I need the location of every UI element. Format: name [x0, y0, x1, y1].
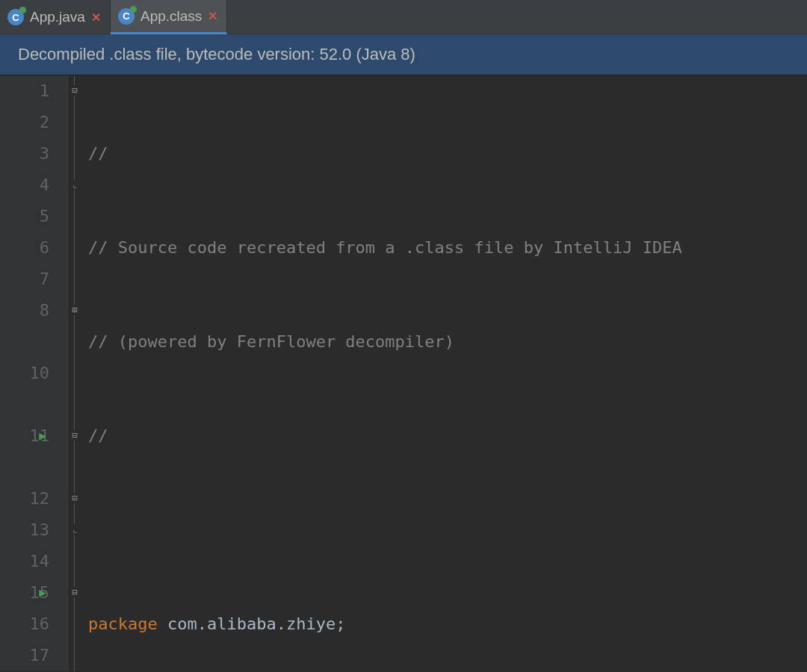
line-number: 6 [0, 232, 49, 264]
fold-toggle-icon[interactable]: ⊟ [69, 85, 80, 96]
line-number: 3 [0, 138, 49, 169]
line-number: 14 [0, 546, 49, 577]
line-number: 5 [0, 201, 49, 232]
code-editor[interactable]: 1 2 3 4 5 6 7 8 10 11▶ 12 13 14 15▶ 16 1… [0, 75, 807, 671]
decompiled-banner: Decompiled .class file, bytecode version… [0, 34, 807, 75]
code-line: // [88, 420, 807, 452]
tab-app-class[interactable]: C App.class ✕ [111, 0, 227, 34]
code-line [88, 514, 807, 546]
tab-app-java[interactable]: C App.java ✕ [0, 0, 111, 34]
code-line: package com.alibaba.zhiye; [88, 609, 807, 640]
line-number-gutter: 1 2 3 4 5 6 7 8 10 11▶ 12 13 14 15▶ 16 1… [0, 75, 67, 671]
line-number [0, 389, 49, 420]
line-number: 13 [0, 514, 49, 546]
tab-label: App.java [30, 9, 85, 25]
fold-toggle-icon[interactable]: ⊟ [69, 587, 80, 597]
fold-end-icon[interactable]: ⌞ [69, 524, 80, 535]
line-number: 8 [0, 295, 49, 326]
fold-end-icon[interactable]: ⌞ [69, 179, 80, 190]
line-number: 16 [0, 609, 49, 640]
line-number [0, 326, 49, 358]
line-number: 12 [0, 483, 49, 514]
fold-toggle-icon[interactable]: ⊟ [69, 430, 80, 441]
java-class-icon: C [118, 8, 134, 25]
run-gutter-icon[interactable]: ▶ [39, 577, 46, 609]
line-number: 4 [0, 169, 49, 201]
line-number [0, 452, 49, 483]
tab-label: App.class [140, 8, 202, 25]
line-number: 7 [0, 264, 49, 295]
close-icon[interactable]: ✕ [91, 10, 101, 25]
line-number: 17 [0, 640, 49, 671]
line-number: 15▶ [0, 577, 49, 609]
fold-expand-icon[interactable]: ⊞ [69, 305, 80, 315]
line-number: 2 [0, 107, 49, 138]
java-class-icon: C [7, 9, 24, 25]
code-line: // (powered by FernFlower decompiler) [88, 326, 807, 358]
fold-column: ⊟ ⌞ ⊞ ⊟ ⊟ ⌞ ⊟ ⌞ [67, 75, 85, 671]
code-area[interactable]: // // Source code recreated from a .clas… [85, 75, 807, 671]
line-number: 11▶ [0, 420, 49, 452]
line-number: 10 [0, 358, 49, 389]
editor-tabbar: C App.java ✕ C App.class ✕ [0, 0, 807, 34]
code-line: // [88, 138, 807, 169]
fold-toggle-icon[interactable]: ⊟ [69, 493, 80, 503]
line-number: 1 [0, 75, 49, 107]
run-gutter-icon[interactable]: ▶ [39, 420, 46, 452]
code-line: // Source code recreated from a .class f… [88, 232, 807, 264]
close-icon[interactable]: ✕ [208, 9, 217, 23]
